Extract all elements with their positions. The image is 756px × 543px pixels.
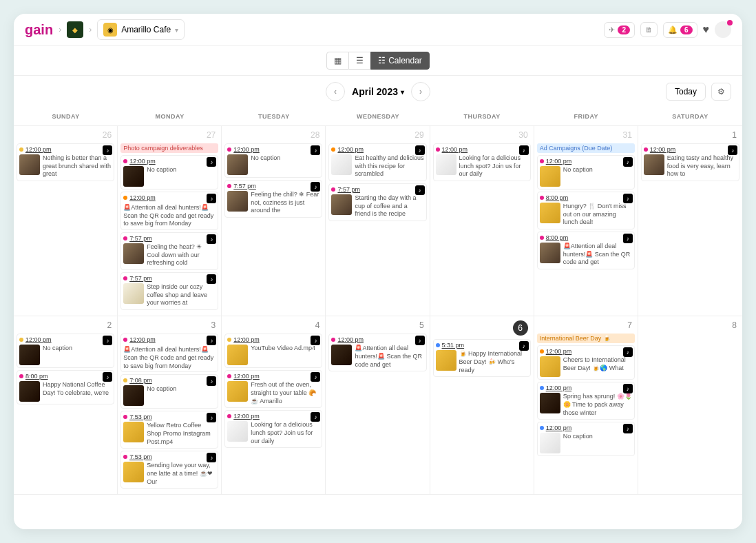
workspace-name: Amarillo Cafe [121, 25, 171, 34]
grid-view-button[interactable]: ▦ [326, 52, 349, 70]
post-caption: Sending love your way, one latte at a ti… [147, 462, 216, 486]
list-view-button[interactable]: ☰ [349, 52, 370, 70]
post-card[interactable]: 5:31 pm♪🍺 Happy International Beer Day! … [433, 339, 531, 377]
calendar-view-button[interactable]: ☷ Calendar [370, 52, 430, 70]
post-thumbnail [540, 203, 560, 223]
status-dot [436, 147, 440, 152]
post-card[interactable]: 7:08 pm♪No caption [120, 374, 218, 409]
settings-button[interactable]: ⚙ [711, 83, 731, 101]
post-thumbnail [436, 154, 456, 175]
day-cell[interactable]: 7International Beer Day 🍺12:00 pm♪Cheers… [534, 316, 638, 494]
post-card[interactable]: 12:00 pm♪No caption [120, 155, 218, 189]
tiktok-icon: ♪ [311, 372, 320, 382]
post-card[interactable]: 12:00 pm♪No caption [224, 143, 322, 178]
event-banner[interactable]: International Beer Day 🍺 [537, 334, 635, 343]
day-cell[interactable]: 65:31 pm♪🍺 Happy International Beer Day!… [430, 316, 534, 494]
gear-icon: ⚙ [717, 87, 725, 96]
day-cell[interactable]: 212:00 pm♪No caption8:00 pm♪Happy Nation… [14, 316, 118, 494]
status-dot [123, 159, 127, 163]
tiktok-icon: ♪ [207, 336, 216, 345]
day-cell[interactable]: 312:00 pm♪🚨Attention all deal hunters!🚨 … [118, 316, 222, 494]
post-caption: Looking for a delicious lunch spot? Join… [459, 154, 528, 178]
post-card[interactable]: 8:00 pm♪Happy National Coffee Day! To ce… [17, 370, 114, 404]
post-thumbnail [123, 422, 144, 442]
post-card[interactable]: 8:00 pm♪Hungry? 🍴 Don't miss out on our … [537, 192, 635, 229]
post-card[interactable]: 7:57 pm♪Starting the day with a cup of c… [328, 183, 426, 221]
post-card[interactable]: 12:00 pm♪Looking for a delicious lunch s… [224, 410, 322, 448]
post-card[interactable]: 12:00 pm♪No caption [537, 155, 635, 189]
post-card[interactable]: 12:00 pm♪🚨Attention all deal hunters!🚨 S… [328, 334, 426, 371]
workspace-selector[interactable]: ◉ Amarillo Cafe ▾ [97, 19, 185, 40]
day-cell[interactable]: 31Ad Campaigns (Due Date)12:00 pm♪No cap… [534, 126, 638, 316]
post-caption: No caption [563, 433, 593, 453]
post-card[interactable]: 12:00 pm♪Looking for a delicious lunch s… [433, 143, 531, 181]
post-card[interactable]: 7:57 pm♪Feeling the chill? ❄ Fear not, c… [224, 180, 322, 218]
post-time: 5:31 pm [442, 342, 465, 349]
post-thumbnail [540, 356, 560, 377]
post-card[interactable]: 12:00 pm♪🚨Attention all deal hunters!🚨 S… [120, 334, 218, 372]
post-card[interactable]: 12:00 pm♪Fresh out of the oven, straight… [224, 370, 322, 408]
day-cell[interactable]: 2912:00 pm♪Eat healthy and delicious wit… [326, 126, 430, 316]
day-cell[interactable]: 8 [638, 316, 742, 494]
day-cell[interactable]: 2812:00 pm♪No caption7:57 pm♪Feeling the… [222, 126, 326, 316]
post-card[interactable]: 12:00 pm♪Eating tasty and healthy food i… [641, 143, 739, 181]
event-banner[interactable]: Photo campaign deliverables [120, 143, 218, 153]
calendar: SUNDAY MONDAY TUESDAY WEDNESDAY THURSDAY… [14, 107, 742, 529]
user-avatar[interactable] [715, 21, 731, 38]
tiktok-icon: ♪ [207, 234, 216, 244]
org-badge[interactable]: ◆ [67, 21, 83, 38]
event-banner[interactable]: Ad Campaigns (Due Date) [537, 143, 635, 153]
status-dot [540, 349, 544, 354]
post-card[interactable]: 8:00 pm♪🚨Attention all deal hunters!🚨 Sc… [537, 232, 635, 269]
post-card[interactable]: 12:00 pm♪No caption [537, 422, 635, 456]
today-button[interactable]: Today [666, 83, 706, 101]
tiktok-icon: ♪ [623, 234, 633, 243]
day-cell[interactable]: 412:00 pm♪YouTube Video Ad.mp412:00 pm♪F… [222, 316, 326, 494]
post-card[interactable]: 7:57 pm♪Feeling the heat? ☀ Cool down wi… [120, 232, 218, 270]
archive-button[interactable]: 🗎 [640, 22, 658, 37]
tiktok-icon: ♪ [207, 376, 216, 386]
logo[interactable]: gain [25, 22, 53, 38]
day-cell[interactable]: 112:00 pm♪Eating tasty and healthy food … [638, 126, 742, 316]
tiktok-icon: ♪ [623, 384, 633, 393]
post-card[interactable]: 12:00 pm♪Cheers to International Beer Da… [537, 345, 635, 380]
post-caption: No caption [147, 385, 176, 406]
day-cell[interactable]: 3012:00 pm♪Looking for a delicious lunch… [430, 126, 534, 316]
tiktok-icon: ♪ [311, 412, 320, 422]
day-cell[interactable]: 512:00 pm♪🚨Attention all deal hunters!🚨 … [326, 316, 430, 494]
post-time: 7:53 pm [129, 453, 152, 460]
post-card[interactable]: 12:00 pm♪🚨Attention all deal hunters!🚨 S… [120, 192, 218, 230]
post-card[interactable]: 12:00 pm♪No caption [17, 334, 114, 368]
approvals-button[interactable]: ✈ 2 [604, 22, 635, 38]
status-dot [227, 414, 231, 418]
post-thumbnail [540, 243, 560, 263]
day-cell[interactable]: 2612:00 pm♪Nothing is better than a grea… [14, 126, 118, 316]
day-number: 1 [641, 129, 739, 141]
post-thumbnail [331, 194, 352, 215]
post-caption: Eat healthy and delicious with this reci… [355, 154, 423, 178]
post-caption: No caption [563, 166, 593, 187]
prev-month-button[interactable]: ‹ [326, 82, 345, 101]
day-cell[interactable]: 27Photo campaign deliverables12:00 pm♪No… [118, 126, 222, 316]
month-label[interactable]: April 2023 ▾ [352, 86, 404, 97]
status-dot [540, 159, 544, 163]
post-thumbnail [123, 283, 144, 304]
post-card[interactable]: 12:00 pm♪Spring has sprung! 🌸🌷🌼 Time to … [537, 382, 635, 420]
post-card[interactable]: 7:53 pm♪Yellow Retro Coffee Shop Promo I… [120, 411, 218, 449]
archive-icon: 🗎 [645, 25, 653, 34]
next-month-button[interactable]: › [411, 82, 430, 101]
day-number: 7 [537, 319, 635, 331]
post-card[interactable]: 12:00 pm♪Nothing is better than a great … [17, 143, 114, 181]
post-time: 12:00 pm [337, 336, 364, 343]
post-card[interactable]: 12:00 pm♪Eat healthy and delicious with … [328, 143, 426, 181]
heart-icon[interactable]: ♥ [703, 23, 710, 36]
post-caption: 🚨Attention all deal hunters!🚨 Scan the Q… [123, 203, 216, 227]
post-thumbnail [227, 154, 248, 175]
status-dot [540, 236, 544, 240]
notifications-button[interactable]: 🔔 6 [663, 22, 697, 38]
post-caption: 🚨Attention all deal hunters!🚨 Scan the Q… [563, 243, 632, 267]
post-time: 12:00 pm [129, 158, 156, 165]
post-card[interactable]: 7:57 pm♪Step inside our cozy coffee shop… [120, 272, 218, 310]
post-card[interactable]: 7:53 pm♪Sending love your way, one latte… [120, 451, 218, 489]
post-card[interactable]: 12:00 pm♪YouTube Video Ad.mp4 [224, 334, 322, 368]
